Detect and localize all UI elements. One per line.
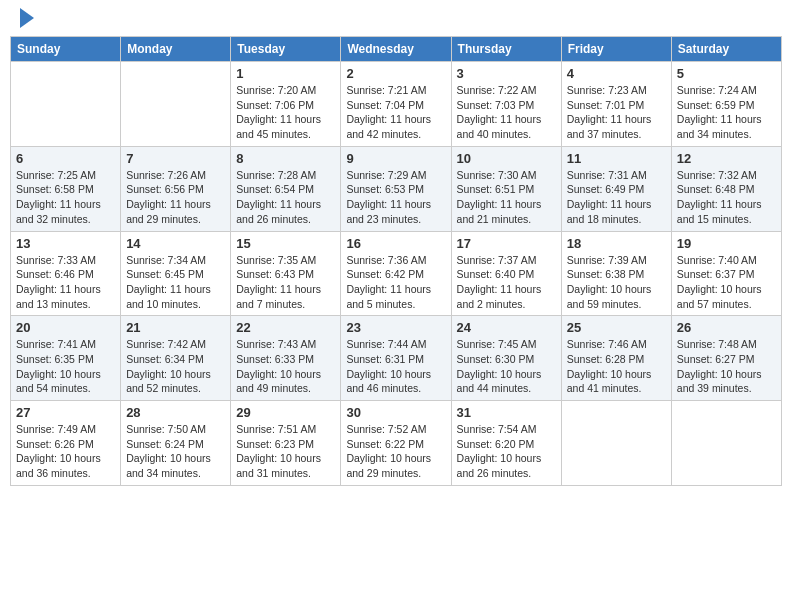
day-info: Sunrise: 7:29 AMSunset: 6:53 PMDaylight:… <box>346 168 445 227</box>
calendar-cell: 19Sunrise: 7:40 AMSunset: 6:37 PMDayligh… <box>671 231 781 316</box>
calendar-cell: 14Sunrise: 7:34 AMSunset: 6:45 PMDayligh… <box>121 231 231 316</box>
day-info: Sunrise: 7:30 AMSunset: 6:51 PMDaylight:… <box>457 168 556 227</box>
calendar-cell: 23Sunrise: 7:44 AMSunset: 6:31 PMDayligh… <box>341 316 451 401</box>
calendar-cell: 27Sunrise: 7:49 AMSunset: 6:26 PMDayligh… <box>11 401 121 486</box>
calendar-week-row: 1Sunrise: 7:20 AMSunset: 7:06 PMDaylight… <box>11 62 782 147</box>
day-number: 5 <box>677 66 776 81</box>
calendar-cell: 25Sunrise: 7:46 AMSunset: 6:28 PMDayligh… <box>561 316 671 401</box>
day-info: Sunrise: 7:43 AMSunset: 6:33 PMDaylight:… <box>236 337 335 396</box>
day-number: 6 <box>16 151 115 166</box>
calendar-week-row: 27Sunrise: 7:49 AMSunset: 6:26 PMDayligh… <box>11 401 782 486</box>
calendar-header-row: SundayMondayTuesdayWednesdayThursdayFrid… <box>11 37 782 62</box>
calendar-cell: 21Sunrise: 7:42 AMSunset: 6:34 PMDayligh… <box>121 316 231 401</box>
calendar-cell: 2Sunrise: 7:21 AMSunset: 7:04 PMDaylight… <box>341 62 451 147</box>
calendar-cell: 8Sunrise: 7:28 AMSunset: 6:54 PMDaylight… <box>231 146 341 231</box>
logo <box>14 10 34 28</box>
day-number: 17 <box>457 236 556 251</box>
day-info: Sunrise: 7:24 AMSunset: 6:59 PMDaylight:… <box>677 83 776 142</box>
day-number: 11 <box>567 151 666 166</box>
day-info: Sunrise: 7:49 AMSunset: 6:26 PMDaylight:… <box>16 422 115 481</box>
calendar-cell <box>121 62 231 147</box>
calendar-cell: 11Sunrise: 7:31 AMSunset: 6:49 PMDayligh… <box>561 146 671 231</box>
day-number: 24 <box>457 320 556 335</box>
day-info: Sunrise: 7:39 AMSunset: 6:38 PMDaylight:… <box>567 253 666 312</box>
day-info: Sunrise: 7:45 AMSunset: 6:30 PMDaylight:… <box>457 337 556 396</box>
calendar-cell <box>671 401 781 486</box>
calendar-cell: 26Sunrise: 7:48 AMSunset: 6:27 PMDayligh… <box>671 316 781 401</box>
calendar-day-header: Monday <box>121 37 231 62</box>
day-info: Sunrise: 7:34 AMSunset: 6:45 PMDaylight:… <box>126 253 225 312</box>
calendar-day-header: Tuesday <box>231 37 341 62</box>
day-info: Sunrise: 7:20 AMSunset: 7:06 PMDaylight:… <box>236 83 335 142</box>
day-info: Sunrise: 7:23 AMSunset: 7:01 PMDaylight:… <box>567 83 666 142</box>
calendar-cell: 31Sunrise: 7:54 AMSunset: 6:20 PMDayligh… <box>451 401 561 486</box>
day-number: 8 <box>236 151 335 166</box>
calendar-cell: 10Sunrise: 7:30 AMSunset: 6:51 PMDayligh… <box>451 146 561 231</box>
day-number: 31 <box>457 405 556 420</box>
calendar-cell: 4Sunrise: 7:23 AMSunset: 7:01 PMDaylight… <box>561 62 671 147</box>
day-info: Sunrise: 7:26 AMSunset: 6:56 PMDaylight:… <box>126 168 225 227</box>
calendar-day-header: Friday <box>561 37 671 62</box>
day-info: Sunrise: 7:44 AMSunset: 6:31 PMDaylight:… <box>346 337 445 396</box>
day-number: 2 <box>346 66 445 81</box>
calendar-cell <box>11 62 121 147</box>
day-info: Sunrise: 7:40 AMSunset: 6:37 PMDaylight:… <box>677 253 776 312</box>
day-number: 25 <box>567 320 666 335</box>
day-number: 23 <box>346 320 445 335</box>
calendar-week-row: 13Sunrise: 7:33 AMSunset: 6:46 PMDayligh… <box>11 231 782 316</box>
calendar-cell: 20Sunrise: 7:41 AMSunset: 6:35 PMDayligh… <box>11 316 121 401</box>
day-number: 21 <box>126 320 225 335</box>
calendar-table: SundayMondayTuesdayWednesdayThursdayFrid… <box>10 36 782 486</box>
day-number: 7 <box>126 151 225 166</box>
calendar-week-row: 20Sunrise: 7:41 AMSunset: 6:35 PMDayligh… <box>11 316 782 401</box>
day-number: 15 <box>236 236 335 251</box>
day-number: 19 <box>677 236 776 251</box>
day-info: Sunrise: 7:41 AMSunset: 6:35 PMDaylight:… <box>16 337 115 396</box>
calendar-cell: 18Sunrise: 7:39 AMSunset: 6:38 PMDayligh… <box>561 231 671 316</box>
calendar-cell: 17Sunrise: 7:37 AMSunset: 6:40 PMDayligh… <box>451 231 561 316</box>
calendar-cell: 16Sunrise: 7:36 AMSunset: 6:42 PMDayligh… <box>341 231 451 316</box>
day-info: Sunrise: 7:52 AMSunset: 6:22 PMDaylight:… <box>346 422 445 481</box>
day-number: 16 <box>346 236 445 251</box>
day-number: 9 <box>346 151 445 166</box>
day-info: Sunrise: 7:48 AMSunset: 6:27 PMDaylight:… <box>677 337 776 396</box>
day-info: Sunrise: 7:28 AMSunset: 6:54 PMDaylight:… <box>236 168 335 227</box>
day-info: Sunrise: 7:31 AMSunset: 6:49 PMDaylight:… <box>567 168 666 227</box>
calendar-day-header: Sunday <box>11 37 121 62</box>
calendar-cell: 5Sunrise: 7:24 AMSunset: 6:59 PMDaylight… <box>671 62 781 147</box>
calendar-cell <box>561 401 671 486</box>
day-info: Sunrise: 7:51 AMSunset: 6:23 PMDaylight:… <box>236 422 335 481</box>
day-number: 27 <box>16 405 115 420</box>
logo-arrow-icon <box>20 8 34 28</box>
day-info: Sunrise: 7:22 AMSunset: 7:03 PMDaylight:… <box>457 83 556 142</box>
day-number: 26 <box>677 320 776 335</box>
day-info: Sunrise: 7:32 AMSunset: 6:48 PMDaylight:… <box>677 168 776 227</box>
day-number: 29 <box>236 405 335 420</box>
calendar-day-header: Wednesday <box>341 37 451 62</box>
calendar-cell: 1Sunrise: 7:20 AMSunset: 7:06 PMDaylight… <box>231 62 341 147</box>
day-info: Sunrise: 7:33 AMSunset: 6:46 PMDaylight:… <box>16 253 115 312</box>
day-number: 13 <box>16 236 115 251</box>
day-info: Sunrise: 7:50 AMSunset: 6:24 PMDaylight:… <box>126 422 225 481</box>
calendar-cell: 6Sunrise: 7:25 AMSunset: 6:58 PMDaylight… <box>11 146 121 231</box>
day-number: 30 <box>346 405 445 420</box>
calendar-cell: 29Sunrise: 7:51 AMSunset: 6:23 PMDayligh… <box>231 401 341 486</box>
calendar-cell: 24Sunrise: 7:45 AMSunset: 6:30 PMDayligh… <box>451 316 561 401</box>
day-info: Sunrise: 7:25 AMSunset: 6:58 PMDaylight:… <box>16 168 115 227</box>
calendar-cell: 13Sunrise: 7:33 AMSunset: 6:46 PMDayligh… <box>11 231 121 316</box>
day-number: 12 <box>677 151 776 166</box>
day-number: 10 <box>457 151 556 166</box>
day-number: 14 <box>126 236 225 251</box>
day-number: 20 <box>16 320 115 335</box>
day-info: Sunrise: 7:21 AMSunset: 7:04 PMDaylight:… <box>346 83 445 142</box>
calendar-cell: 7Sunrise: 7:26 AMSunset: 6:56 PMDaylight… <box>121 146 231 231</box>
day-number: 22 <box>236 320 335 335</box>
day-number: 4 <box>567 66 666 81</box>
day-number: 3 <box>457 66 556 81</box>
day-number: 1 <box>236 66 335 81</box>
calendar-cell: 12Sunrise: 7:32 AMSunset: 6:48 PMDayligh… <box>671 146 781 231</box>
calendar-week-row: 6Sunrise: 7:25 AMSunset: 6:58 PMDaylight… <box>11 146 782 231</box>
calendar-cell: 28Sunrise: 7:50 AMSunset: 6:24 PMDayligh… <box>121 401 231 486</box>
calendar-day-header: Thursday <box>451 37 561 62</box>
day-info: Sunrise: 7:37 AMSunset: 6:40 PMDaylight:… <box>457 253 556 312</box>
